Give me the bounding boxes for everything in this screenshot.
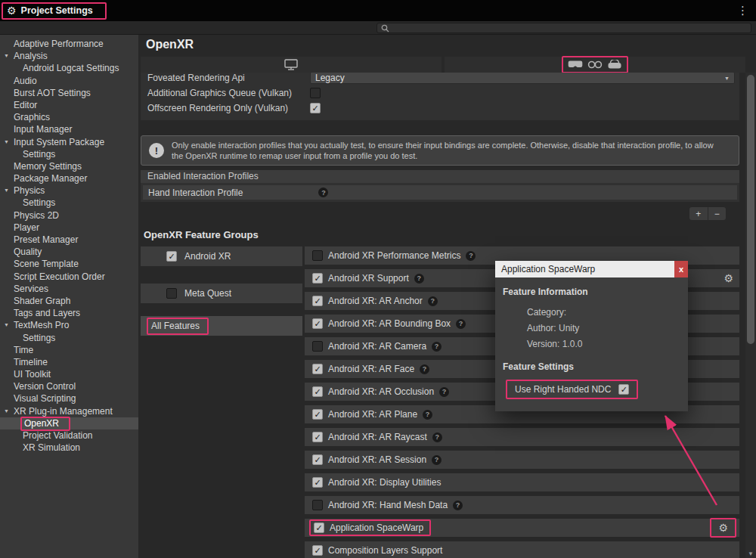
help-icon[interactable]: ? (453, 501, 463, 510)
feature-row-android-xr-hand-mesh-data[interactable]: Android XR: Hand Mesh Data? (305, 496, 739, 514)
sidebar-item-textmesh-pro[interactable]: ▼TextMesh Pro (0, 319, 138, 331)
sidebar-item-player[interactable]: Player (0, 222, 138, 234)
help-icon[interactable]: ? (318, 188, 328, 197)
sidebar-item-preset-manager[interactable]: Preset Manager (0, 234, 138, 246)
foldout-arrow-icon[interactable]: ▼ (4, 405, 9, 417)
sidebar-item-analysis[interactable]: ▼Analysis (0, 50, 138, 62)
help-icon[interactable]: ? (432, 432, 442, 442)
checkbox[interactable]: ✓ (312, 386, 323, 397)
feature-label: Application SpaceWarp (330, 522, 423, 533)
add-profile-button[interactable]: + (689, 207, 708, 220)
checkbox[interactable] (312, 250, 323, 261)
checkbox[interactable]: ✓ (312, 545, 323, 556)
help-icon[interactable]: ? (432, 342, 442, 352)
sidebar-item-visual-scripting[interactable]: Visual Scripting (0, 392, 138, 405)
help-icon[interactable]: ? (466, 251, 476, 261)
checkbox[interactable]: ✓ (312, 477, 323, 488)
help-icon[interactable]: ? (414, 274, 424, 284)
checkbox[interactable]: ✓ (310, 103, 321, 113)
feature-group-android-xr[interactable]: ✓Android XR (141, 246, 302, 266)
foldout-arrow-icon[interactable]: ▼ (4, 184, 9, 197)
feature-group-meta-quest[interactable]: Meta Quest (141, 284, 302, 303)
checkbox[interactable]: ✓ (312, 454, 323, 465)
feature-row-android-xr-ar-session[interactable]: ✓Android XR: AR Session? (305, 451, 739, 469)
sidebar-item-graphics[interactable]: Graphics (0, 111, 138, 123)
help-icon[interactable]: ? (432, 455, 442, 465)
checkbox[interactable]: ✓ (312, 364, 323, 374)
sidebar-item-label: Editor (14, 100, 37, 110)
checkbox[interactable] (166, 288, 177, 299)
all-features-item[interactable]: All Features (141, 316, 302, 336)
sidebar-item-adaptive-performance[interactable]: Adaptive Performance (0, 38, 138, 50)
foldout-arrow-icon[interactable]: ▼ (4, 319, 9, 331)
checkbox[interactable]: ✓ (312, 273, 323, 284)
sidebar-item-timeline[interactable]: Timeline (0, 356, 138, 368)
sidebar-item-package-manager[interactable]: Package Manager (0, 172, 138, 184)
checkbox[interactable] (310, 88, 321, 98)
remove-profile-button[interactable]: − (708, 207, 727, 220)
search-box[interactable] (376, 23, 751, 33)
checkbox[interactable] (312, 500, 323, 510)
feature-row-composition-layers-support[interactable]: ✓Composition Layers Support (305, 541, 739, 558)
checkbox[interactable]: ✓ (312, 296, 323, 306)
sidebar-item-burst-aot-settings[interactable]: Burst AOT Settings (0, 87, 138, 99)
checkbox[interactable]: ✓ (312, 318, 323, 329)
help-icon[interactable]: ? (420, 364, 429, 374)
sidebar-item-tags-and-layers[interactable]: Tags and Layers (0, 307, 138, 319)
sidebar-item-project-validation[interactable]: Project Validation (0, 429, 138, 442)
sidebar-item-settings[interactable]: Settings (0, 148, 138, 160)
checkbox[interactable]: ✓ (618, 384, 629, 395)
scrollbar-thumb[interactable] (747, 75, 754, 344)
checkbox[interactable]: ✓ (314, 522, 324, 533)
sidebar-item-xr-plug-in-management[interactable]: ▼XR Plug-in Management (0, 405, 138, 417)
feature-label: Android XR: AR Session (328, 454, 426, 465)
kebab-menu-icon[interactable]: ⋮ (737, 4, 748, 17)
help-icon[interactable]: ? (428, 296, 438, 306)
setting-label: Offscreen Rendering Only (Vulkan) (147, 103, 310, 113)
sidebar-item-editor[interactable]: Editor (0, 99, 138, 111)
foldout-arrow-icon[interactable]: ▼ (4, 136, 9, 148)
help-icon[interactable]: ? (456, 319, 466, 329)
sidebar-item-services[interactable]: Services (0, 283, 138, 295)
search-input[interactable] (392, 23, 747, 33)
gear-icon[interactable]: ⚙ (723, 273, 733, 284)
sidebar-item-scene-template[interactable]: Scene Template (0, 258, 138, 270)
sidebar-item-script-execution-order[interactable]: Script Execution Order (0, 271, 138, 283)
sidebar-item-shader-graph[interactable]: Shader Graph (0, 295, 138, 307)
sidebar-item-quality[interactable]: Quality (0, 246, 138, 258)
dropdown-foveated-rendering-api[interactable]: Legacy▼ (310, 73, 735, 84)
help-icon[interactable]: ? (423, 410, 432, 420)
sidebar-item-audio[interactable]: Audio (0, 75, 138, 87)
close-icon[interactable]: x (674, 261, 688, 277)
tab-desktop[interactable] (141, 57, 442, 73)
sidebar-item-physics-2d[interactable]: Physics 2D (0, 209, 138, 222)
sidebar-item-ui-toolkit[interactable]: UI Toolkit (0, 368, 138, 380)
sidebar-item-settings[interactable]: Settings (0, 332, 138, 344)
scroll-down-arrow-icon[interactable]: ▼ (745, 550, 756, 557)
feature-row-android-xr-display-utilities[interactable]: ✓Android XR: Display Utilities (305, 473, 739, 491)
gear-icon[interactable]: ⚙ (718, 522, 728, 533)
feature-row-application-spacewarp[interactable]: ✓Application SpaceWarp⚙ (305, 519, 739, 537)
feature-label: Composition Layers Support (328, 545, 442, 556)
sidebar-item-openxr[interactable]: OpenXR (0, 417, 138, 429)
sidebar-item-version-control[interactable]: Version Control (0, 380, 138, 392)
vertical-scrollbar[interactable]: ▼ (745, 73, 756, 558)
checkbox[interactable]: ✓ (166, 251, 177, 262)
help-icon[interactable]: ? (439, 387, 449, 397)
foldout-arrow-icon[interactable]: ▼ (4, 50, 9, 62)
sidebar-item-physics[interactable]: ▼Physics (0, 184, 138, 197)
checkbox[interactable] (312, 341, 323, 352)
sidebar-item-android-logcat-settings[interactable]: Android Logcat Settings (0, 62, 138, 74)
feature-row-android-xr-ar-raycast[interactable]: ✓Android XR: AR Raycast? (305, 428, 739, 446)
checkbox[interactable]: ✓ (312, 409, 323, 420)
sidebar-item-label: Visual Scripting (14, 393, 76, 404)
sidebar-item-input-system-package[interactable]: ▼Input System Package (0, 136, 138, 148)
sidebar-item-settings[interactable]: Settings (0, 197, 138, 209)
profile-row-hand-interaction[interactable]: Hand Interaction Profile ? (143, 185, 737, 200)
sidebar-item-time[interactable]: Time (0, 344, 138, 356)
sidebar-item-xr-simulation[interactable]: XR Simulation (0, 442, 138, 454)
checkbox[interactable]: ✓ (312, 432, 323, 442)
tab-xr-devices[interactable] (445, 57, 745, 73)
sidebar-item-input-manager[interactable]: Input Manager (0, 123, 138, 135)
sidebar-item-memory-settings[interactable]: Memory Settings (0, 160, 138, 172)
